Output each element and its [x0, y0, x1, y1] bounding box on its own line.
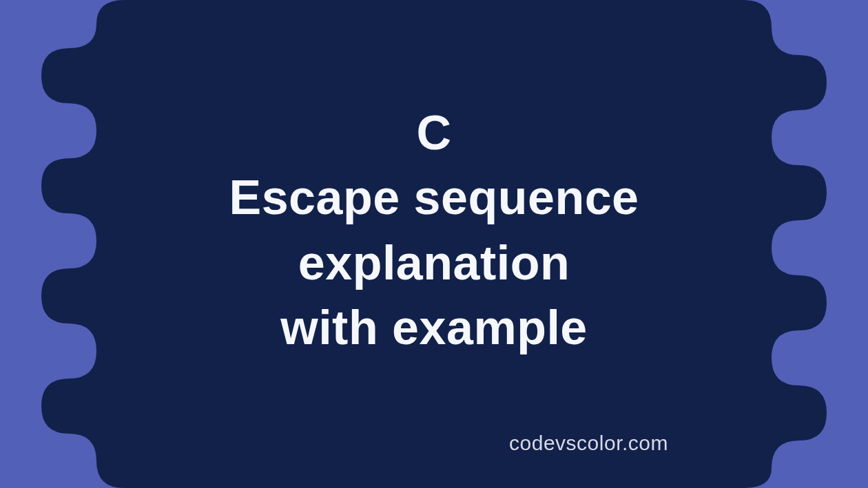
title-container: C Escape sequence explanation with examp…	[0, 0, 868, 488]
title-line-2: Escape sequence	[229, 165, 639, 231]
watermark-text: codevscolor.com	[509, 432, 668, 455]
title-line-1: C	[416, 100, 451, 166]
title-line-3: explanation	[298, 231, 570, 296]
title-line-4: with example	[280, 295, 588, 361]
